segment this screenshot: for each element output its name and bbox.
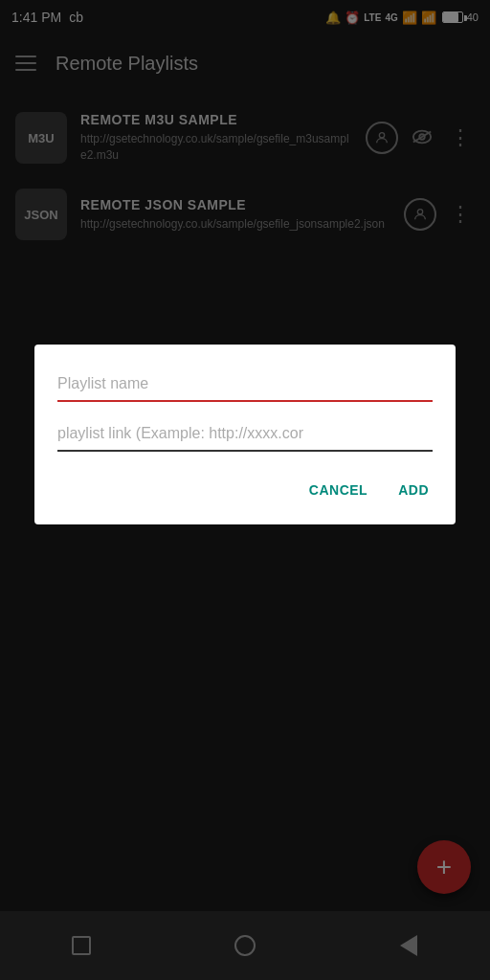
dialog-actions: CANCEL ADD — [57, 475, 433, 509]
playlist-name-input[interactable] — [57, 368, 433, 402]
cancel-button[interactable]: CANCEL — [305, 475, 371, 505]
add-playlist-dialog: CANCEL ADD — [34, 345, 456, 524]
link-input-group — [57, 417, 433, 452]
playlist-link-input[interactable] — [57, 417, 433, 452]
name-input-group — [57, 368, 433, 402]
add-button[interactable]: ADD — [394, 475, 433, 505]
